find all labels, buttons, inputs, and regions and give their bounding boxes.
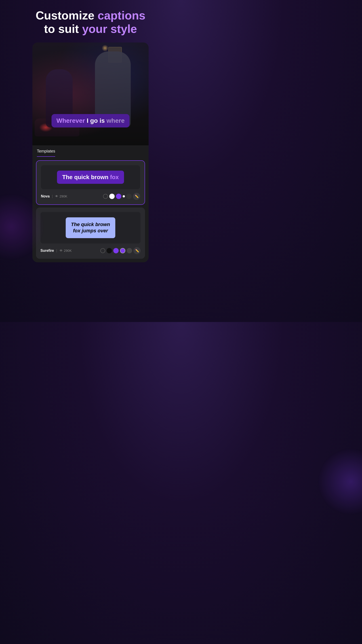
templates-tab-label[interactable]: Templates: [37, 149, 55, 157]
phone-card: Wherever I go is where Templates The qui…: [32, 42, 149, 262]
header: Customize captions to suit your style: [0, 0, 181, 42]
surefire-eye-icon: 👁: [59, 249, 63, 252]
video-caption-text: Wherever I go is where: [56, 117, 124, 124]
nova-swatch-ghost[interactable]: [103, 194, 108, 199]
header-title: Customize captions to suit your style: [13, 9, 168, 36]
surefire-name: Surefire: [40, 249, 54, 253]
surefire-views: 👁 290K: [59, 249, 72, 252]
header-line2-normal: to suit: [44, 22, 82, 35]
nova-footer: Nova | 👁 290K ✏️: [41, 193, 140, 200]
surefire-line2: fox jumps over: [71, 228, 110, 234]
surefire-caption-text: The quick brown fox jumps over: [71, 222, 110, 234]
template-card-nova[interactable]: The quick brown fox Nova | 👁 290K: [36, 160, 145, 205]
nova-name-section: Nova | 👁 290K: [41, 194, 67, 198]
nova-swatch-purple[interactable]: [116, 194, 121, 199]
surefire-footer: Surefire | 👁 290K ✏️: [40, 247, 141, 254]
nova-text-highlight: fox: [110, 174, 119, 180]
nova-text-normal: The quick brown: [62, 174, 110, 180]
nova-preview: The quick brown fox: [41, 165, 140, 189]
caption-word-wherever: Wherever: [56, 117, 85, 124]
templates-tab: Templates: [32, 145, 149, 157]
surefire-edit-button[interactable]: ✏️: [133, 247, 141, 254]
nova-caption-text: The quick brown fox: [62, 174, 119, 180]
caption-word-i-go-is: I go is: [85, 117, 106, 124]
surefire-swatch-black[interactable]: [107, 248, 112, 253]
nova-swatches: ✏️: [103, 193, 140, 200]
surefire-line1: The quick brown: [71, 222, 110, 228]
header-line1-normal: Customize: [35, 9, 97, 22]
nova-name: Nova: [41, 194, 50, 198]
nova-divider: |: [52, 194, 53, 198]
caption-word-where: where: [107, 117, 125, 124]
surefire-swatch-ghost[interactable]: [100, 248, 105, 253]
nova-swatch-small-white[interactable]: [123, 195, 125, 198]
surefire-preview: The quick brown fox jumps over: [40, 212, 141, 244]
header-line1-purple: captions: [98, 9, 145, 22]
surefire-caption-box: The quick brown fox jumps over: [66, 217, 115, 238]
surefire-view-count: 290K: [64, 249, 72, 252]
scene-light: [102, 45, 108, 52]
surefire-swatch-purple[interactable]: [113, 248, 119, 253]
templates-section: Templates The quick brown fox Nova |: [32, 145, 149, 262]
nova-views: 👁 290K: [55, 194, 67, 198]
surefire-name-section: Surefire | 👁 290K: [40, 249, 72, 253]
templates-content: The quick brown fox Nova | 👁 290K: [32, 157, 149, 262]
template-card-surefire[interactable]: The quick brown fox jumps over Surefire …: [36, 208, 145, 259]
nova-caption-box: The quick brown fox: [57, 170, 124, 184]
surefire-divider: |: [56, 249, 57, 253]
nova-edit-button[interactable]: ✏️: [133, 193, 140, 200]
video-area: Wherever I go is where: [32, 42, 149, 145]
surefire-swatches: ✏️: [100, 247, 141, 254]
video-caption-overlay: Wherever I go is where: [51, 114, 129, 128]
nova-view-count: 290K: [59, 194, 67, 198]
nova-eye-icon: 👁: [55, 194, 58, 198]
surefire-swatch-gray[interactable]: [127, 248, 132, 253]
surefire-swatch-purple-selected[interactable]: [120, 248, 125, 253]
header-line2-purple: your style: [82, 22, 137, 35]
nova-swatch-dark[interactable]: [126, 194, 132, 199]
nova-swatch-white[interactable]: [109, 194, 115, 199]
